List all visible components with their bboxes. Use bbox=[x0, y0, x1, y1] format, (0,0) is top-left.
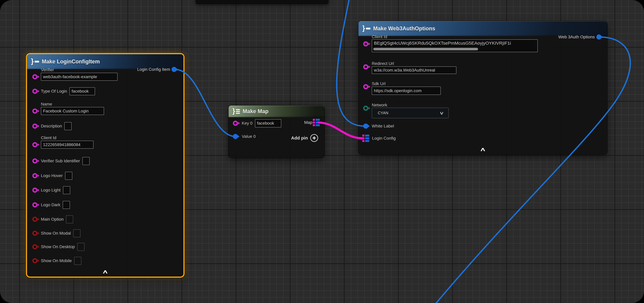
white-label-row: White Label bbox=[372, 122, 394, 130]
field-label: Client Id bbox=[372, 34, 538, 40]
sdk-url-pin[interactable] bbox=[363, 84, 368, 89]
input-value: web3auth-facebook-example bbox=[43, 74, 97, 80]
input-value: facebook bbox=[72, 88, 89, 94]
client-id-row: Client Id1222658941886084 bbox=[41, 135, 94, 149]
network-dropdown[interactable]: CYAN∨ bbox=[372, 108, 449, 118]
client-id-pin[interactable] bbox=[363, 41, 368, 46]
blueprint-graph-canvas[interactable]: } Make LoginConfigItem Verifierweb3auth-… bbox=[0, 0, 644, 303]
map-key-cell bbox=[362, 140, 364, 142]
logo-light-pin[interactable] bbox=[32, 188, 38, 193]
client-id-pin[interactable] bbox=[32, 142, 38, 147]
output-pin-label: Web 3Auth Options bbox=[558, 34, 595, 40]
redirect-url-input[interactable]: w3a://com.w3a.Web3AuthUnreal bbox=[372, 66, 456, 74]
make-struct-icon: } bbox=[362, 25, 370, 32]
field-label: Type Of Login bbox=[41, 89, 67, 94]
field-label: Show On Modal bbox=[41, 231, 71, 236]
show-on-desktop-pin[interactable] bbox=[32, 244, 38, 249]
field-label: Logo Light bbox=[41, 188, 60, 192]
key-0-pin[interactable] bbox=[233, 121, 238, 126]
map-pin[interactable] bbox=[313, 119, 320, 126]
logo-light-input[interactable] bbox=[63, 186, 70, 194]
main-option-row: Main Option bbox=[41, 215, 73, 223]
client-id-input[interactable]: 1222658941886084 bbox=[41, 141, 94, 149]
show-on-mobile-input[interactable] bbox=[74, 257, 81, 265]
show-on-modal-pin[interactable] bbox=[32, 231, 38, 236]
add-pin-button[interactable]: Add pin bbox=[291, 134, 318, 142]
name-pin[interactable] bbox=[32, 108, 38, 114]
value-0-pin[interactable] bbox=[233, 134, 238, 139]
show-on-mobile-pin[interactable] bbox=[32, 258, 38, 263]
node-title: Make Web3AuthOptions bbox=[373, 26, 435, 32]
type-of-login-input[interactable]: facebook bbox=[70, 87, 95, 95]
verifier-input[interactable]: web3auth-facebook-example bbox=[41, 73, 118, 81]
network-pin[interactable] bbox=[363, 106, 368, 111]
type-of-login-pin[interactable] bbox=[32, 89, 38, 94]
description-pin[interactable] bbox=[32, 124, 38, 129]
node-make-map[interactable]: } Make Map Key 0facebookValue 0MapAdd pi… bbox=[228, 106, 324, 158]
logo-dark-pin[interactable] bbox=[32, 202, 38, 208]
field-label: Client Id bbox=[41, 135, 94, 140]
login-config-item-pin[interactable] bbox=[172, 67, 177, 72]
login-config-item-output-row: Login Config Item bbox=[137, 66, 170, 74]
node-header[interactable]: } Make Map bbox=[228, 106, 324, 117]
chevron-down-icon[interactable]: ∨ bbox=[439, 110, 444, 116]
wire-loginconfigitem-to-value0[interactable] bbox=[175, 70, 236, 136]
make-map-icon: } bbox=[232, 108, 240, 115]
add-pin-label: Add pin bbox=[291, 136, 308, 140]
map-output-row: Map bbox=[304, 118, 312, 126]
verifier-sub-identifier-pin[interactable] bbox=[32, 158, 38, 164]
description-input[interactable] bbox=[64, 122, 72, 130]
logo-hover-input[interactable] bbox=[65, 172, 72, 180]
login-config-pin[interactable] bbox=[362, 135, 369, 142]
description-row: Description bbox=[41, 122, 72, 130]
partially-visible-node[interactable] bbox=[196, 0, 328, 4]
show-on-modal-input[interactable] bbox=[73, 229, 80, 237]
field-label: Redirect Url bbox=[372, 61, 456, 66]
web-3auth-options-pin[interactable] bbox=[596, 34, 602, 40]
logo-hover-pin[interactable] bbox=[32, 173, 38, 178]
pin-label: White Label bbox=[372, 124, 394, 128]
make-struct-icon: } bbox=[31, 58, 39, 65]
sdk-url-row: Sdk Urlhttps://sdk.openlogin.com bbox=[372, 81, 441, 95]
field-label: Show On Desktop bbox=[41, 244, 75, 249]
field-label: Network bbox=[372, 102, 449, 108]
map-key-cell bbox=[362, 135, 364, 136]
value-0-row: Value 0 bbox=[242, 132, 256, 140]
key-0-input[interactable]: facebook bbox=[255, 119, 281, 128]
main-option-input[interactable] bbox=[66, 216, 73, 223]
map-key-cell bbox=[313, 122, 315, 124]
name-input[interactable]: Facebook Custom Login bbox=[41, 107, 104, 115]
input-value: w3a://com.w3a.Web3AuthUnreal bbox=[374, 67, 435, 73]
sdk-url-input[interactable]: https://sdk.openlogin.com bbox=[372, 86, 441, 95]
logo-light-row: Logo Light bbox=[41, 186, 70, 194]
redirect-url-pin[interactable] bbox=[363, 64, 368, 70]
map-value-cell bbox=[365, 140, 369, 142]
field-label: Sdk Url bbox=[372, 81, 441, 86]
horizontal-scrollbar[interactable] bbox=[373, 48, 478, 50]
white-label-pin[interactable] bbox=[363, 124, 368, 129]
collapse-chevron-icon[interactable]: ∧ bbox=[102, 268, 108, 274]
logo-hover-row: Logo Hover bbox=[41, 172, 72, 180]
field-label: Verifier Sub Identifier bbox=[41, 158, 80, 163]
show-on-desktop-input[interactable] bbox=[77, 243, 84, 251]
show-on-modal-row: Show On Modal bbox=[41, 229, 80, 237]
map-value-cell bbox=[365, 137, 369, 139]
redirect-url-row: Redirect Urlw3a://com.w3a.Web3AuthUnreal bbox=[372, 61, 456, 74]
field-label: Main Option bbox=[41, 217, 64, 222]
logo-dark-input[interactable] bbox=[63, 201, 70, 209]
client-id-input[interactable]: BEglQSgt4cUWcj6SKRdu5QkOXTsePmMcusG5EAoy… bbox=[372, 40, 538, 52]
main-option-pin[interactable] bbox=[32, 217, 38, 222]
map-value-cell bbox=[365, 135, 369, 136]
field-label: Description bbox=[41, 124, 62, 128]
verifier-sub-identifier-row: Verifier Sub Identifier bbox=[41, 157, 90, 165]
show-on-mobile-row: Show On Mobile bbox=[41, 257, 81, 265]
map-value-cell bbox=[316, 124, 320, 126]
node-make-loginconfigitem[interactable]: } Make LoginConfigItem Verifierweb3auth-… bbox=[27, 54, 184, 276]
pin-label: Value 0 bbox=[242, 134, 256, 139]
node-make-web3authoptions[interactable]: } Make Web3AuthOptions Client IdBEglQSgt… bbox=[358, 21, 607, 154]
verifier-sub-identifier-input[interactable] bbox=[82, 157, 90, 165]
verifier-pin[interactable] bbox=[32, 74, 38, 79]
web-3auth-options-output-row: Web 3Auth Options bbox=[558, 33, 595, 41]
collapse-chevron-icon[interactable]: ∧ bbox=[480, 146, 486, 152]
verifier-row: Verifierweb3auth-facebook-example bbox=[41, 67, 118, 81]
